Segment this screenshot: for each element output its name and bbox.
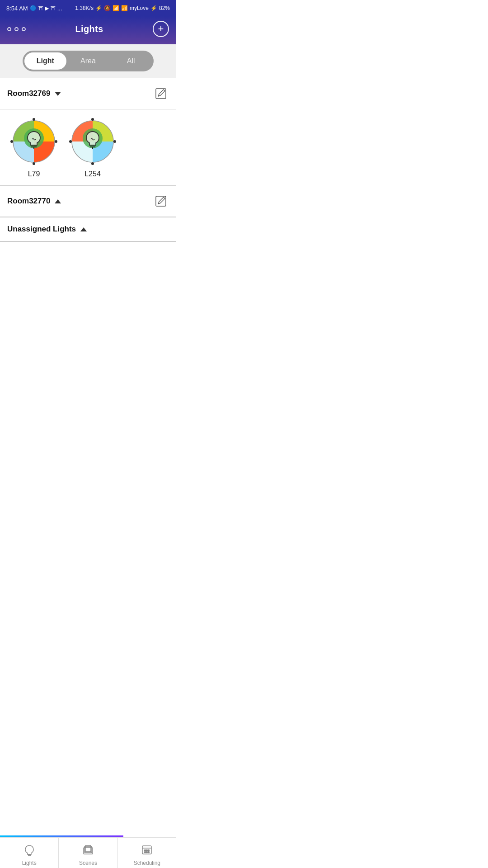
status-icon-2: ⛩ xyxy=(38,5,43,11)
svg-point-18 xyxy=(69,140,72,143)
svg-point-19 xyxy=(113,140,116,143)
status-icon-3: ▶ xyxy=(45,5,49,11)
signal-icon: 📶 xyxy=(121,5,128,11)
room-header-32770[interactable]: Room32770 xyxy=(0,186,176,217)
header-dot-1 xyxy=(7,27,11,31)
status-right-area: 1.38K/s ⚡ 🔕 📶 📶 myLove ⚡ 82% xyxy=(75,5,170,11)
charging-icon: ⚡ xyxy=(150,5,157,11)
room-section-32770: Room32770 xyxy=(0,186,176,217)
room-title-32769: Room32769 xyxy=(7,89,50,98)
room-edit-button-32769[interactable] xyxy=(153,85,169,102)
light-bulb-L79 xyxy=(9,117,59,166)
svg-point-17 xyxy=(91,162,94,165)
room-expand-arrow-32770 xyxy=(55,199,61,203)
network-speed: 1.38K/s xyxy=(75,5,94,11)
page-title: Lights xyxy=(75,24,103,34)
lights-grid-32769: L79 xyxy=(0,109,176,185)
segment-wrapper: Light Area All xyxy=(0,44,176,78)
segment-light[interactable]: Light xyxy=(24,52,66,70)
status-dots: ... xyxy=(57,5,62,12)
status-icon-4: ⛩ xyxy=(51,5,56,11)
room-header-32769[interactable]: Room32769 xyxy=(0,78,176,109)
status-time-area: 8:54 AM 🔵 ⛩ ▶ ⛩ ... xyxy=(6,5,62,12)
status-bar: 8:54 AM 🔵 ⛩ ▶ ⛩ ... 1.38K/s ⚡ 🔕 📶 📶 myLo… xyxy=(0,0,176,16)
light-item-L254[interactable]: L254 xyxy=(68,117,117,178)
status-icon-1: 🔵 xyxy=(30,5,37,11)
header-dot-2 xyxy=(14,27,19,31)
header-dot-3 xyxy=(22,27,26,31)
svg-point-7 xyxy=(10,140,13,143)
unassigned-title: Unassigned Lights xyxy=(7,225,76,234)
svg-point-8 xyxy=(55,140,57,143)
light-label-L79: L79 xyxy=(28,170,40,178)
battery-label: 82% xyxy=(159,5,170,11)
segment-control: Light Area All xyxy=(23,51,154,71)
spacer xyxy=(0,242,176,296)
wifi-icon: 📶 xyxy=(113,5,119,11)
light-label-L254: L254 xyxy=(84,170,101,178)
room-section-32769: Room32769 xyxy=(0,78,176,186)
svg-point-5 xyxy=(33,118,35,121)
room-title-32770: Room32770 xyxy=(7,197,50,206)
segment-area[interactable]: Area xyxy=(67,52,109,70)
no-alarm-icon: 🔕 xyxy=(104,5,111,11)
segment-all[interactable]: All xyxy=(110,52,152,70)
svg-point-16 xyxy=(91,118,94,121)
light-item-L79[interactable]: L79 xyxy=(9,117,59,178)
room-title-row-32770: Room32770 xyxy=(7,197,61,206)
header: Lights + xyxy=(0,16,176,44)
unassigned-header[interactable]: Unassigned Lights xyxy=(0,217,176,241)
add-light-button[interactable]: + xyxy=(153,21,169,37)
room-title-row-32769: Room32769 xyxy=(7,89,61,98)
unassigned-section: Unassigned Lights xyxy=(0,217,176,242)
light-bulb-L254 xyxy=(68,117,117,166)
room-edit-button-32770[interactable] xyxy=(153,193,169,209)
carrier-label: myLove xyxy=(130,5,149,11)
header-dots xyxy=(7,27,26,31)
status-time: 8:54 AM xyxy=(6,5,28,12)
bluetooth-icon: ⚡ xyxy=(95,5,102,11)
room-collapse-arrow-32769 xyxy=(55,92,61,96)
svg-point-6 xyxy=(33,162,35,165)
unassigned-expand-arrow xyxy=(80,227,87,231)
